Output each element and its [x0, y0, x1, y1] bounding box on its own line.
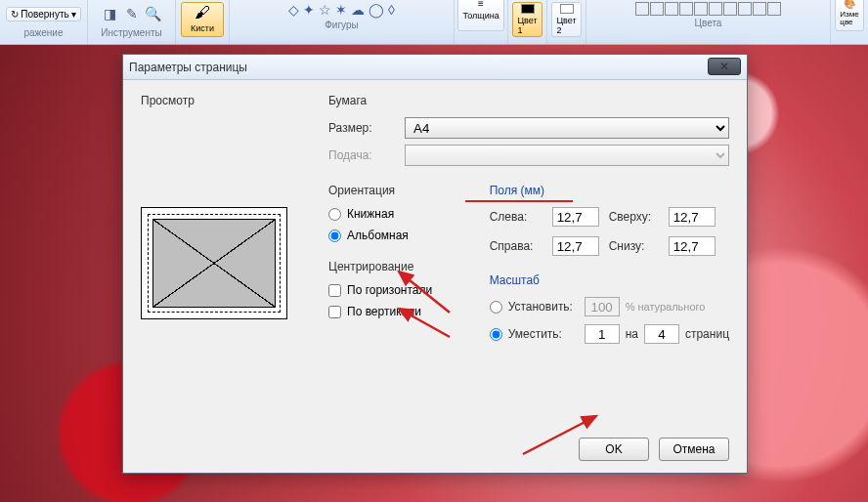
landscape-radio[interactable] [328, 230, 341, 242]
ribbon: ↻ Повернуть ▾ ражение ◨ ✎ 🔍 Инструменты … [0, 0, 868, 45]
scale-fit-radio[interactable] [490, 328, 502, 341]
palette-swatch[interactable] [767, 2, 781, 16]
portrait-label: Книжная [347, 207, 394, 221]
palette-swatch[interactable] [738, 2, 752, 16]
scale-pct-label: % натурального [626, 301, 706, 313]
cancel-button[interactable]: Отмена [659, 438, 729, 461]
picker-icon[interactable]: ✎ [123, 5, 141, 22]
close-button[interactable]: ✕ [708, 58, 741, 75]
palette-icon: 🎨 [844, 0, 855, 9]
portrait-radio-row[interactable]: Книжная [328, 207, 460, 221]
vert-checkbox[interactable] [328, 306, 341, 318]
color1-button[interactable]: Цвет 1 [512, 2, 542, 37]
palette-swatch[interactable] [723, 2, 737, 16]
margin-right-label: Справа: [490, 239, 546, 253]
margin-bottom-label: Снизу: [609, 239, 663, 253]
shape-diamond-icon[interactable]: ◇ [288, 2, 299, 18]
brush-icon: 🖌 [195, 4, 210, 21]
shape-star4-icon[interactable]: ✦ [303, 2, 315, 18]
shape-oval-icon[interactable]: ◯ [369, 2, 384, 18]
margin-left-input[interactable] [552, 207, 599, 227]
palette-swatch[interactable] [679, 2, 693, 16]
brushes-label: Кисти [191, 23, 214, 33]
margins-heading: Поля (мм) [490, 184, 729, 197]
margin-top-label: Сверху: [609, 210, 663, 224]
feed-label: Подача: [328, 148, 397, 162]
palette-swatch[interactable] [650, 2, 664, 16]
landscape-radio-row[interactable]: Альбомная [328, 229, 460, 242]
scale-set-label: Установить: [508, 300, 579, 314]
group-label-tools: Инструменты [101, 25, 161, 40]
scale-fit-label: Уместить: [508, 327, 579, 341]
color1-swatch [521, 4, 535, 14]
palette-swatch[interactable] [635, 2, 649, 16]
thickness-button[interactable]: ≡ Толщина [457, 0, 503, 31]
group-label-colors: Цвета [695, 16, 722, 30]
thickness-label: Толщина [462, 11, 499, 21]
group-label-shapes: Фигуры [325, 18, 358, 32]
preview-page [152, 219, 276, 308]
preview-box [141, 207, 287, 319]
scale-fit-row[interactable]: Уместить: на страниц [490, 324, 729, 344]
vert-label: По вертикали [347, 305, 421, 318]
centering-heading: Центрирование [328, 260, 460, 273]
color-palette[interactable] [635, 2, 781, 16]
shape-star6-icon[interactable]: ✶ [335, 2, 347, 18]
thickness-icon: ≡ [478, 0, 484, 9]
scale-set-row[interactable]: Установить: % натурального [490, 297, 729, 316]
margin-top-input[interactable] [669, 207, 716, 227]
palette-swatch[interactable] [665, 2, 678, 16]
shapes-gallery[interactable]: ◇ ✦ ☆ ✶ ☁ ◯ ◊ [288, 2, 395, 18]
margin-bottom-input[interactable] [669, 236, 716, 256]
vert-check-row[interactable]: По вертикали [328, 305, 460, 318]
scale-set-radio[interactable] [490, 301, 502, 314]
dialog-titlebar[interactable]: Параметры страницы ✕ [123, 55, 747, 80]
margin-right-input[interactable] [552, 236, 599, 256]
preview-inner [148, 214, 281, 313]
orientation-heading: Ориентация [328, 184, 460, 197]
fit-width-input[interactable] [585, 324, 620, 344]
margin-left-label: Слева: [490, 210, 546, 224]
rotate-label: Повернуть [21, 9, 68, 20]
feed-select [405, 145, 729, 166]
color2-button[interactable]: Цвет 2 [551, 2, 581, 37]
size-select[interactable]: A4 [405, 117, 729, 139]
palette-swatch[interactable] [753, 2, 766, 16]
shape-callout-icon[interactable]: ◊ [388, 2, 395, 18]
scale-set-input [585, 297, 620, 316]
paper-heading: Бумага [328, 94, 729, 107]
eraser-icon[interactable]: ◨ [102, 5, 119, 22]
edit-colors-button[interactable]: 🎨 Изме цве [835, 0, 863, 31]
group-label-image: ражение [23, 25, 63, 40]
horiz-checkbox[interactable] [328, 284, 341, 297]
shape-star5-icon[interactable]: ☆ [319, 2, 331, 18]
dialog-title: Параметры страницы [129, 61, 247, 74]
color2-label: Цвет 2 [556, 16, 576, 35]
palette-swatch[interactable] [709, 2, 722, 16]
scale-heading: Масштаб [490, 273, 729, 287]
rotate-button[interactable]: ↻ Повернуть ▾ [6, 7, 80, 21]
horiz-label: По горизонтали [347, 283, 432, 297]
portrait-radio[interactable] [328, 208, 341, 221]
size-label: Размер: [328, 121, 397, 135]
color1-label: Цвет 1 [517, 16, 537, 35]
horiz-check-row[interactable]: По горизонтали [328, 283, 460, 297]
edit-colors-label: Изме цве [840, 11, 858, 26]
shape-thought-icon[interactable]: ☁ [351, 2, 365, 18]
palette-swatch[interactable] [694, 2, 708, 16]
landscape-label: Альбомная [347, 229, 409, 242]
annotation-underline [465, 200, 573, 202]
brushes-button[interactable]: 🖌 Кисти [181, 2, 224, 37]
zoom-icon[interactable]: 🔍 [145, 5, 162, 22]
close-icon: ✕ [719, 60, 729, 73]
color2-swatch [560, 4, 574, 14]
fit-on-label: на [626, 327, 638, 341]
ok-button[interactable]: OK [579, 438, 649, 461]
dropdown-icon: ▾ [71, 9, 76, 20]
fit-pages-label: страниц [685, 327, 729, 341]
rotate-icon: ↻ [11, 9, 19, 20]
fit-height-input[interactable] [644, 324, 679, 344]
page-setup-dialog: Параметры страницы ✕ Просмотр Бумага Раз… [122, 54, 748, 474]
